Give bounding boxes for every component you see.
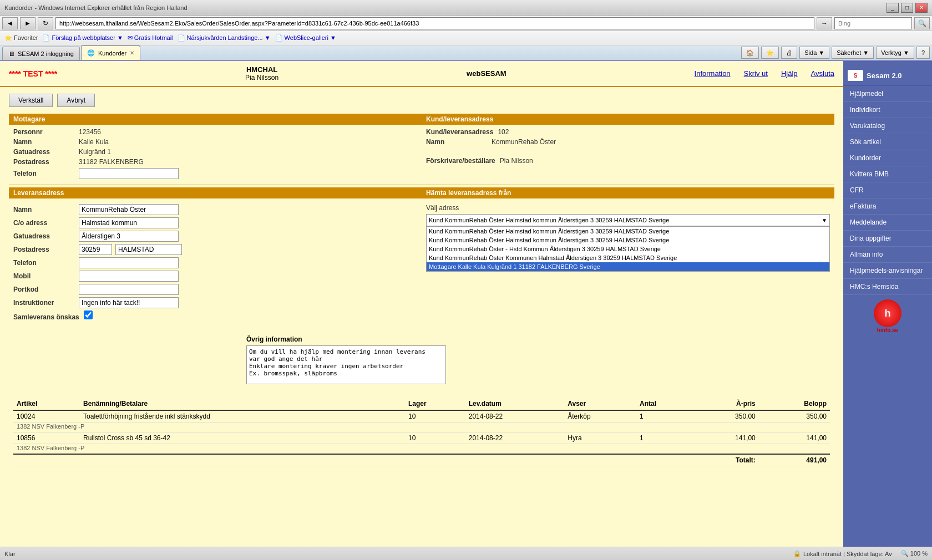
postadress-row: Postadress 31182 FALKENBERG — [13, 158, 417, 166]
namn-value: Kalle Kula — [79, 138, 109, 146]
forskriv-value: Pia Nilsson — [500, 157, 533, 165]
close-button[interactable]: ✕ — [915, 3, 928, 13]
sidebar-item-hjälpmedel[interactable]: Hjälpmedel — [843, 86, 932, 102]
ovrig-textarea[interactable]: Om du vill ha hjälp med montering innan … — [246, 345, 446, 384]
cell-lev-datum-0: 2014-08-22 — [465, 410, 565, 422]
order-table: Artikel Benämning/Betalare Lager Lev.dat… — [13, 398, 830, 466]
websesam-label: webSESAM — [467, 69, 506, 78]
sidebar-item-hjälpmedels-anv[interactable]: Hjälpmedels-anvisningar — [843, 263, 932, 279]
top-form-grid: Personnr 123456 Namn Kalle Kula Gatuadre… — [9, 125, 834, 185]
lev-namn-input[interactable] — [79, 204, 179, 215]
maximize-button[interactable]: □ — [901, 3, 913, 13]
instruktioner-input[interactable] — [79, 297, 179, 308]
webslice-link[interactable]: 📄 WebSlice-galleri ▼ — [275, 34, 336, 42]
telefon-input[interactable] — [79, 168, 179, 179]
sidebar-item-meddelande[interactable]: Meddelande — [843, 215, 932, 231]
dropdown-selected-display[interactable]: Kund KommunRehab Öster Halmstad kommun Å… — [426, 214, 830, 226]
postnr-input[interactable] — [79, 244, 112, 255]
sidebar-item-hmc-hemsida[interactable]: HMC:s Hemsida — [843, 279, 932, 295]
back-button[interactable]: ◄ — [2, 17, 18, 29]
cell-a-pris-0: 350,00 — [693, 410, 759, 422]
dropdown-option-3[interactable]: Kund KommunRehab Öster Kommunen Halmstad… — [427, 253, 829, 262]
status-bar: Klar 🔒 Lokalt intranät | Skyddat läge: A… — [0, 547, 932, 560]
sidebar-item-allman-info[interactable]: Allmän info — [843, 247, 932, 263]
search-button[interactable]: 🔍 — [914, 17, 930, 29]
dropdown-option-2[interactable]: Kund KommunRehab Öster - Hstd Kommun Åld… — [427, 245, 829, 253]
zoom-control[interactable]: 🔍 100 % — [901, 550, 928, 557]
kund-section-header: Kund/leveransadress — [422, 114, 834, 125]
lev-mobil-input[interactable] — [79, 271, 179, 282]
samleverans-checkbox[interactable] — [84, 310, 93, 319]
table-header-row: Artikel Benämning/Betalare Lager Lev.dat… — [13, 398, 830, 410]
lev-gata-input[interactable] — [79, 231, 179, 242]
lev-fields-section: Namn C/o adress Gatuadress Postadress — [9, 201, 834, 327]
cell-antal-0: 1 — [636, 410, 693, 422]
narsjukvard-link[interactable]: 📄 Närsjukvården Landstinge... ▼ — [178, 34, 271, 42]
sidebar-item-kundorder[interactable]: Kundorder — [843, 150, 932, 166]
gatuadress-label: Gatuadress — [13, 148, 74, 156]
dropdown-option-4[interactable]: Mottagare Kalle Kula Kulgränd 1 31182 FA… — [427, 262, 829, 271]
hotmail-link[interactable]: ✉ Gratis Hotmail — [128, 34, 173, 42]
sesam-logo: S — [848, 70, 863, 81]
search-input[interactable] — [834, 17, 912, 29]
information-link[interactable]: Information — [695, 69, 731, 78]
sidebar-item-varukatalog[interactable]: Varukatalog — [843, 118, 932, 134]
namn-right-value: KommunRehab Öster — [492, 138, 556, 146]
col-benamning: Benämning/Betalare — [80, 398, 405, 410]
gatuadress-row: Gatuadress Kulgränd 1 — [13, 148, 417, 156]
skriv-ut-link[interactable]: Skriv ut — [744, 69, 768, 78]
address-bar: ◄ ► ↻ → 🔍 — [0, 16, 932, 31]
sidebar-item-kvittera-bmb[interactable]: Kvittera BMB — [843, 166, 932, 182]
verkstall-button[interactable]: Verkställ — [9, 94, 53, 107]
cell-artikel-0: 10024 — [13, 410, 80, 422]
dropdown-option-0[interactable]: Kund KommunRehab Öster Halmstad kommun Å… — [427, 227, 829, 236]
personnr-label: Personnr — [13, 128, 74, 136]
home-btn[interactable]: 🏠 — [741, 47, 759, 59]
url-input[interactable] — [55, 17, 814, 29]
hinfo-logo[interactable]: h — [874, 299, 901, 327]
refresh-button[interactable]: ↻ — [38, 17, 53, 29]
sidebar-item-cfr[interactable]: CFR — [843, 182, 932, 198]
minimize-button[interactable]: _ — [887, 3, 899, 13]
hjälp-link[interactable]: Hjälp — [781, 69, 798, 78]
print-btn[interactable]: 🖨 — [781, 47, 797, 59]
addr-dropdown-container: Kund KommunRehab Öster Halmstad kommun Å… — [426, 214, 830, 272]
sidebar-item-sök-artikel[interactable]: Sök artikel — [843, 134, 932, 150]
sidebar-item-individkort[interactable]: Individkort — [843, 102, 932, 118]
sidebar-item-efaktura[interactable]: eFaktura — [843, 198, 932, 215]
tab-sesam-login[interactable]: 🖥 SESAM 2 inloggning — [2, 47, 80, 60]
tab-close-icon[interactable]: ✕ — [130, 50, 134, 56]
page-btn[interactable]: Sida ▼ — [799, 47, 829, 59]
security-zone: 🔒 Lokalt intranät | Skyddat läge: Av — [793, 550, 892, 557]
tab-kundorder[interactable]: 🌐 Kundorder ✕ — [81, 45, 140, 60]
sub-row-1: 1382 NSV Falkenberg -P — [13, 444, 830, 455]
lev-portkod-row: Portkod — [13, 284, 417, 295]
status-text: Klar — [4, 551, 16, 557]
help-btn[interactable]: ? — [916, 47, 930, 59]
sidebar: S Sesam 2.0 Hjälpmedel Individkort Varuk… — [843, 61, 932, 560]
lev-portkod-input[interactable] — [79, 284, 179, 295]
samleverans-label: Samleverans önskas — [13, 313, 79, 321]
safety-btn[interactable]: Säkerhet ▼ — [832, 47, 874, 59]
avsluta-link[interactable]: Avsluta — [811, 69, 834, 78]
lev-telefon-input[interactable] — [79, 257, 179, 268]
order-table-section: Artikel Benämning/Betalare Lager Lev.dat… — [9, 393, 834, 471]
telefon-row: Telefon — [13, 168, 417, 179]
dropdown-option-1[interactable]: Kund KommunRehab Öster Halmstad kommun Å… — [427, 236, 829, 245]
col-belopp: Belopp — [759, 398, 830, 410]
forskriv-row: Förskrivare/beställare Pia Nilsson — [426, 157, 830, 165]
favorites-btn[interactable]: ⭐ — [761, 47, 779, 59]
co-input[interactable] — [79, 217, 179, 228]
go-button[interactable]: → — [817, 17, 832, 29]
col-antal: Antal — [636, 398, 693, 410]
postort-input[interactable] — [115, 244, 182, 255]
cell-avser-0: Återköp — [564, 410, 636, 422]
sidebar-item-dina-uppgifter[interactable]: Dina uppgifter — [843, 231, 932, 247]
suggestions-link[interactable]: 📄 Förslag på webbplatser ▼ — [42, 34, 123, 42]
avbryt-button[interactable]: Avbryt — [57, 94, 95, 107]
tab-bar: 🖥 SESAM 2 inloggning 🌐 Kundorder ✕ 🏠 ⭐ 🖨… — [0, 45, 932, 61]
lev-right-header: Hämta leveransadress från — [422, 187, 834, 198]
tools-btn[interactable]: Verktyg ▼ — [876, 47, 914, 59]
kund-lev-row: Kund/leveransadress 102 — [426, 128, 830, 136]
forward-button[interactable]: ► — [20, 17, 36, 29]
